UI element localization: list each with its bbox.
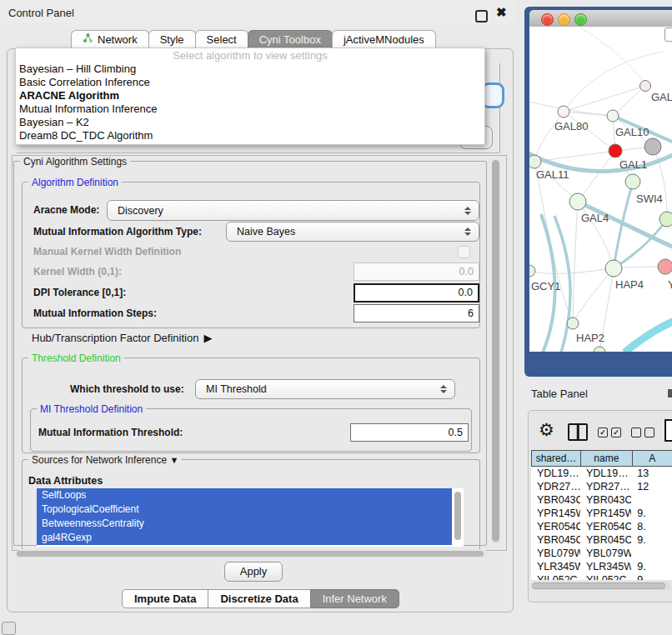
tab-infer-network[interactable]: Infer Network — [310, 589, 399, 608]
network-node[interactable] — [659, 212, 672, 227]
minimize-traffic-light[interactable] — [558, 13, 570, 26]
table-cell: YPR145W — [580, 507, 631, 520]
column-header-name[interactable]: name — [580, 450, 633, 467]
network-node[interactable] — [640, 81, 651, 92]
algorithm-option-mutual-information-inference[interactable]: Mutual Information Inference — [16, 102, 484, 116]
data-attributes-list[interactable]: SelfLoopsTopologicalCoefficientBetweenne… — [37, 488, 464, 547]
sources-title-label: Sources for Network Inference — [32, 454, 167, 466]
attribute-item-selfloops[interactable]: SelfLoops — [37, 488, 452, 502]
algorithm-option-dream8-dc-tdc-algorithm[interactable]: Dream8 DC_TDC Algorithm — [16, 129, 484, 142]
hub-definition-toggle[interactable]: Hub/Transcription Factor Definition▶ — [32, 332, 212, 344]
manual-kernel-checkbox[interactable] — [458, 246, 470, 258]
mi-threshold-field[interactable]: 0.5 — [350, 423, 469, 442]
attribute-item-topologicalcoefficient[interactable]: TopologicalCoefficient — [37, 502, 452, 517]
algorithm-option-bayesian-k2[interactable]: Bayesian – K2 — [16, 116, 484, 129]
network-edge[interactable] — [529, 268, 614, 273]
column-header-a[interactable]: A — [632, 450, 672, 467]
zoom-traffic-light[interactable] — [574, 13, 587, 26]
network-edge[interactable] — [529, 102, 613, 116]
network-edge[interactable] — [564, 86, 645, 112]
aracne-mode-select[interactable]: Discovery — [107, 200, 479, 221]
list-scrollbar[interactable] — [454, 492, 461, 540]
table-row[interactable]: YBL079WYBL079W — [531, 547, 672, 560]
network-edge[interactable] — [624, 320, 672, 352]
network-node[interactable] — [658, 259, 672, 274]
tab-jactivemnodules[interactable]: jActiveMNodules — [332, 30, 436, 49]
network-window-titlebar[interactable] — [529, 10, 672, 28]
spinner-arrows-icon — [464, 228, 471, 236]
network-node[interactable] — [609, 144, 622, 158]
network-node[interactable] — [594, 347, 605, 352]
network-edge[interactable] — [573, 202, 578, 323]
tab-network[interactable]: Network — [71, 30, 149, 49]
node-label-gal4: GAL4 — [581, 212, 609, 224]
chevron-down-icon[interactable]: ▼ — [169, 455, 178, 465]
close-icon[interactable]: ✖ — [496, 5, 507, 20]
network-node[interactable] — [605, 260, 622, 277]
table-row[interactable]: YBR043CYBR043C — [531, 493, 672, 507]
kernel-width-field[interactable]: 0.0 — [354, 262, 479, 281]
deselect-all-icon[interactable] — [631, 428, 654, 438]
tab-select[interactable]: Select — [195, 30, 248, 49]
network-node[interactable] — [529, 265, 535, 277]
network-edge[interactable] — [578, 151, 615, 202]
table-row[interactable]: YLR345WYLR345W9. — [531, 560, 672, 573]
tab-label: Cyni Toolbox — [259, 31, 321, 49]
network-toolbar-chip[interactable] — [664, 28, 672, 42]
tab-discretize-data[interactable]: Discretize Data — [208, 589, 310, 608]
dpi-tolerance-field[interactable]: 0.0 — [354, 283, 479, 302]
document-icon[interactable] — [664, 419, 672, 442]
table-row[interactable]: YIL052CYIL052C9 — [531, 573, 672, 580]
table-row[interactable]: YER054CYER054C8. — [531, 520, 672, 533]
table-row[interactable]: YBR045CYBR045C9. — [531, 533, 672, 547]
sources-group-title[interactable]: Sources for Network Inference ▼ — [28, 454, 182, 466]
network-edge[interactable] — [579, 27, 645, 86]
network-edge[interactable] — [534, 112, 564, 162]
table-cell: YBL079W — [580, 547, 631, 560]
network-node[interactable] — [644, 138, 661, 155]
settings-vertical-scrollbar[interactable] — [491, 159, 500, 544]
network-node[interactable] — [607, 110, 619, 122]
network-edge[interactable] — [613, 86, 645, 116]
chevron-right-icon[interactable]: ▶ — [203, 332, 212, 344]
tab-style[interactable]: Style — [148, 30, 196, 49]
close-traffic-light[interactable] — [541, 13, 554, 26]
table-row[interactable]: YPR145WYPR145W9. — [531, 507, 672, 520]
table-panel-float-icon[interactable] — [668, 389, 672, 398]
tab-cyni-toolbox[interactable]: Cyni Toolbox — [248, 30, 333, 49]
mi-type-select[interactable]: Naive Bayes — [226, 222, 479, 242]
columns-icon[interactable] — [568, 423, 588, 441]
control-panel-title: Control Panel — [8, 7, 74, 19]
attribute-item-gal4rgexp[interactable]: gal4RGexp — [37, 531, 452, 545]
network-edge[interactable] — [573, 268, 614, 323]
node-label-gal: GAL — [651, 91, 672, 103]
table-cell: 9 — [631, 573, 672, 580]
table-cell: YLR345W — [531, 560, 580, 573]
tab-impute-data[interactable]: Impute Data — [122, 589, 208, 608]
column-header-shared[interactable]: shared… — [531, 450, 581, 467]
table-cell: YPR145W — [531, 507, 580, 520]
attribute-item-betweennesscentrality[interactable]: BetweennessCentrality — [37, 517, 452, 531]
apply-button[interactable]: Apply — [224, 562, 283, 582]
algorithm-option-basic-correlation-inference[interactable]: Basic Correlation Inference — [16, 76, 484, 89]
table-horizontal-scrollbar[interactable] — [531, 582, 671, 590]
table-cell: YBR043C — [580, 493, 631, 507]
settings-horizontal-scrollbar[interactable] — [16, 550, 488, 558]
table-row[interactable]: YDR27…YDR27…12 — [531, 480, 672, 493]
algorithm-option-aracne-algorithm[interactable]: ARACNE Algorithm — [16, 89, 484, 102]
which-threshold-select[interactable]: MI Threshold — [195, 379, 455, 399]
mi-steps-field[interactable]: 6 — [354, 304, 479, 322]
collapsed-panel-chip[interactable] — [2, 622, 16, 635]
network-node[interactable] — [625, 174, 640, 189]
network-node[interactable] — [569, 193, 586, 210]
network-node[interactable] — [529, 155, 541, 168]
which-threshold-label: Which threshold to use: — [70, 379, 184, 399]
network-node[interactable] — [558, 106, 569, 118]
table-row[interactable]: YDL19…YDL19…13 — [531, 467, 672, 480]
float-window-icon[interactable] — [475, 10, 488, 22]
gear-icon[interactable]: ⚙ — [539, 420, 554, 440]
network-node[interactable] — [567, 318, 579, 329]
network-view[interactable]: GALGAL80GAL10GAL1GAL11SWI4GAL4GCY1HAP4YH… — [529, 27, 672, 352]
algorithm-option-bayesian-hill-climbing[interactable]: Bayesian – Hill Climbing — [16, 62, 484, 76]
select-all-icon[interactable]: ✓ ✓ — [598, 428, 621, 438]
